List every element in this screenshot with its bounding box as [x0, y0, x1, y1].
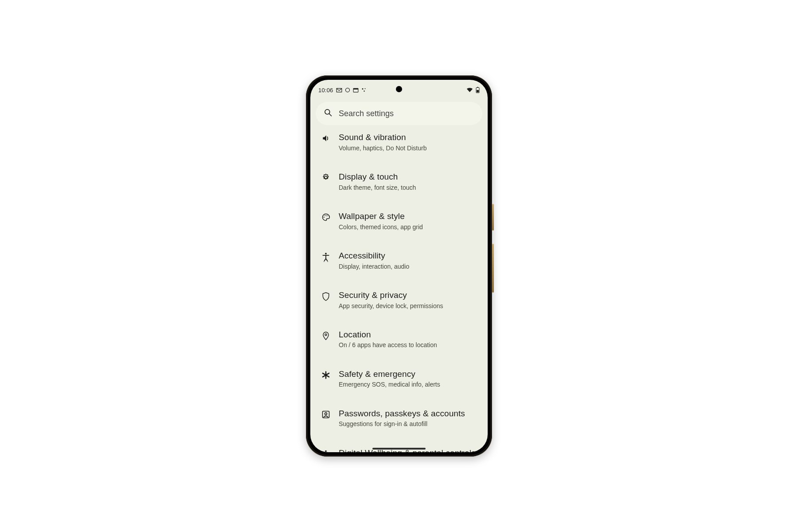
search-placeholder: Search settings: [339, 109, 394, 118]
item-title: Passwords, passkeys & accounts: [339, 408, 479, 419]
palette-icon: [321, 213, 330, 223]
item-subtitle: Colors, themed icons, app grid: [339, 223, 479, 231]
accessibility-icon: [321, 252, 330, 264]
status-time: 10:06: [318, 87, 333, 94]
settings-item-wellbeing[interactable]: Digital Wellbeing & parental controls Sc…: [312, 438, 486, 453]
rectangle-icon: [353, 88, 359, 93]
settings-item-sound[interactable]: Sound & vibration Volume, haptics, Do No…: [312, 129, 486, 162]
svg-rect-2: [353, 88, 358, 90]
item-subtitle: App security, device lock, permissions: [339, 302, 479, 310]
asterisk-icon: [321, 371, 330, 381]
power-button[interactable]: [492, 204, 494, 231]
svg-point-5: [364, 90, 365, 92]
item-title: Safety & emergency: [339, 369, 479, 379]
item-title: Sound & vibration: [339, 132, 479, 143]
svg-point-18: [325, 412, 327, 415]
account-box-icon: [321, 410, 330, 421]
settings-item-security[interactable]: Security & privacy App security, device …: [312, 280, 486, 320]
settings-item-passwords[interactable]: Passwords, passkeys & accounts Suggestio…: [312, 399, 486, 438]
dots-cluster-icon: [361, 87, 367, 93]
shield-icon: [322, 292, 330, 303]
camera-hole: [396, 86, 402, 92]
svg-point-19: [325, 450, 327, 452]
volume-icon: [321, 134, 330, 145]
item-title: Wallpaper & style: [339, 211, 479, 222]
battery-icon: [476, 87, 480, 93]
settings-item-location[interactable]: Location On / 6 apps have access to loca…: [312, 320, 486, 359]
gesture-nav-bar[interactable]: [372, 448, 426, 450]
svg-rect-7: [477, 87, 478, 87]
item-title: Accessibility: [339, 250, 479, 261]
item-subtitle: On / 6 apps have access to location: [339, 341, 479, 349]
brightness-icon: [321, 173, 330, 184]
search-settings[interactable]: Search settings: [316, 102, 482, 125]
item-subtitle: Display, interaction, audio: [339, 262, 479, 270]
item-title: Location: [339, 329, 479, 340]
svg-point-4: [364, 88, 365, 89]
svg-point-16: [325, 334, 327, 336]
phone-frame: 10:06: [306, 75, 492, 457]
svg-point-14: [326, 215, 327, 216]
svg-point-3: [362, 88, 363, 90]
svg-point-15: [325, 253, 327, 254]
item-title: Display & touch: [339, 172, 479, 182]
location-pin-icon: [322, 331, 330, 343]
svg-point-11: [325, 176, 327, 179]
svg-point-12: [324, 217, 325, 218]
item-subtitle: Volume, haptics, Do Not Disturb: [339, 144, 479, 152]
settings-item-display[interactable]: Display & touch Dark theme, font size, t…: [312, 162, 486, 201]
settings-item-safety[interactable]: Safety & emergency Emergency SOS, medica…: [312, 359, 486, 399]
item-subtitle: Dark theme, font size, touch: [339, 184, 479, 192]
svg-rect-8: [477, 90, 479, 92]
settings-item-wallpaper[interactable]: Wallpaper & style Colors, themed icons, …: [312, 201, 486, 241]
wellbeing-icon: [321, 450, 330, 453]
svg-line-10: [329, 114, 332, 116]
screen: 10:06: [310, 80, 488, 452]
wifi-icon: [466, 87, 473, 93]
search-icon: [324, 108, 332, 119]
circle-outline-icon: [345, 87, 350, 93]
settings-list[interactable]: Sound & vibration Volume, haptics, Do No…: [310, 129, 488, 452]
item-title: Security & privacy: [339, 290, 479, 301]
item-subtitle: Suggestions for sign-in & autofill: [339, 420, 479, 428]
svg-point-0: [345, 88, 349, 92]
item-subtitle: Emergency SOS, medical info, alerts: [339, 380, 479, 388]
settings-item-accessibility[interactable]: Accessibility Display, interaction, audi…: [312, 241, 486, 280]
volume-button[interactable]: [492, 244, 494, 293]
svg-rect-17: [323, 411, 329, 418]
svg-point-13: [325, 215, 325, 216]
gmail-icon: [336, 88, 342, 93]
